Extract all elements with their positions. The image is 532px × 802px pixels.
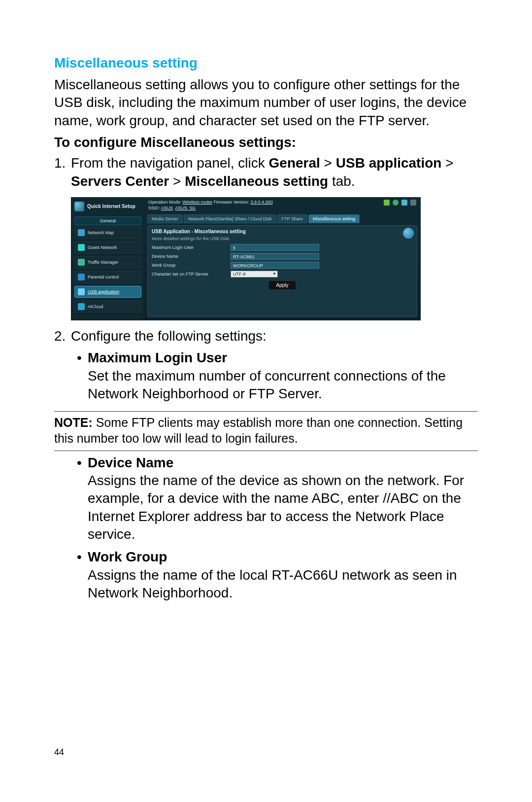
step-1: 1. From the navigation panel, click Gene… bbox=[54, 154, 478, 190]
tab-bar: Media Server Network Place(Samba) Share … bbox=[144, 214, 420, 223]
fw-value[interactable]: 3.9.0.4.260 bbox=[251, 200, 273, 205]
sidebar-item-label: Parental control bbox=[88, 275, 119, 279]
wand-icon bbox=[74, 202, 84, 211]
step-2-number: 2. bbox=[54, 327, 71, 345]
quick-internet-setup[interactable]: Quick Internet Setup bbox=[71, 198, 144, 216]
step-2: 2. Configure the following settings: bbox=[54, 327, 478, 345]
status-icon bbox=[410, 200, 416, 206]
sidebar-item-traffic-manager[interactable]: Traffic Manager bbox=[74, 256, 141, 268]
bullet-device-name: • Device Name Assigns the name of the de… bbox=[71, 454, 478, 548]
divider-top bbox=[54, 411, 478, 412]
sep-2: > bbox=[441, 155, 453, 171]
ssid-2: ASUS_5G bbox=[175, 206, 196, 210]
cloud-icon bbox=[78, 303, 85, 310]
bullet-max-login-user: • Maximum Login User Set the maximum num… bbox=[71, 349, 478, 407]
work-group-input[interactable]: WORKGROUP bbox=[231, 262, 319, 269]
sidebar-item-aicloud[interactable]: AiCloud bbox=[74, 301, 141, 313]
nav-general-bold: General bbox=[269, 155, 320, 171]
bullet-desc: Set the maximum number of concurrent con… bbox=[88, 367, 478, 403]
user-icon[interactable] bbox=[384, 200, 390, 206]
device-name-input[interactable]: RT-AC66U bbox=[231, 253, 319, 260]
sidebar-item-label: Guest Network bbox=[88, 245, 117, 250]
sidebar-item-label: AiCloud bbox=[88, 304, 103, 309]
nav-usbapp-bold: USB application bbox=[336, 155, 442, 171]
bullet-dot: • bbox=[71, 454, 88, 548]
sidebar-section-general: General bbox=[74, 216, 141, 225]
settings-panel: USB Application - Miscellaneous setting … bbox=[147, 225, 417, 317]
sep-1: > bbox=[320, 155, 336, 171]
step-2-body: Configure the following settings: bbox=[71, 327, 478, 345]
main-panel: Operation Mode: Wireless router Firmware… bbox=[144, 198, 420, 320]
row-charset: Character set on FTP Server UTF-8 bbox=[152, 271, 413, 278]
nav-misc-bold: Miscellaneous setting bbox=[185, 174, 328, 189]
nav-servers-bold: Servers Center bbox=[71, 174, 169, 189]
tab-media-server[interactable]: Media Server bbox=[147, 214, 183, 223]
sidebar-item-guest-network[interactable]: Guest Network bbox=[74, 242, 141, 253]
sidebar-item-label: Traffic Manager bbox=[88, 260, 119, 265]
lock-icon bbox=[78, 274, 85, 280]
sep-3: > bbox=[169, 174, 185, 189]
bullet-title: Maximum Login User bbox=[88, 350, 227, 365]
bullet-desc: Assigns the name of the device as shown … bbox=[88, 472, 478, 544]
apply-button[interactable]: Apply bbox=[268, 280, 296, 290]
usb-app-icon bbox=[78, 288, 85, 295]
usb-icon[interactable] bbox=[401, 200, 407, 206]
row-work-group: Work Group WORKGROUP bbox=[152, 262, 413, 269]
divider-bottom bbox=[54, 451, 478, 451]
row-device-name: Device Name RT-AC66U bbox=[152, 253, 413, 260]
step-1-prefix: From the navigation panel, click bbox=[71, 155, 269, 171]
page-number: 44 bbox=[54, 747, 64, 758]
qis-label: Quick Internet Setup bbox=[87, 204, 135, 209]
back-button[interactable] bbox=[403, 228, 414, 239]
charset-select[interactable]: UTF-8 bbox=[231, 271, 278, 278]
traffic-manager-icon bbox=[78, 259, 85, 266]
max-login-input[interactable]: 5 bbox=[231, 244, 319, 251]
opmode-label: Operation Mode: bbox=[148, 200, 183, 205]
bullet-title: Device Name bbox=[88, 455, 173, 470]
network-map-icon bbox=[78, 229, 85, 236]
row-max-login-user: Maximum Login User 5 bbox=[152, 244, 413, 251]
sidebar-item-network-map[interactable]: Network Map bbox=[74, 227, 141, 239]
refresh-icon[interactable] bbox=[393, 200, 399, 206]
section-title: Miscellaneous setting bbox=[54, 55, 478, 71]
tab-samba-share[interactable]: Network Place(Samba) Share / Cloud Disk bbox=[184, 214, 276, 223]
sidebar-item-label: Network Map bbox=[88, 230, 114, 235]
sidebar-item-label: USB application bbox=[88, 289, 119, 294]
fw-label: Firmware Version: bbox=[212, 200, 251, 205]
charset-label: Character set on FTP Server bbox=[152, 272, 231, 277]
sidebar: Quick Internet Setup General Network Map… bbox=[71, 198, 144, 320]
note-text: Some FTP clients may establish more than… bbox=[54, 416, 463, 446]
bullet-dot: • bbox=[71, 548, 88, 606]
device-name-label: Device Name bbox=[152, 254, 231, 259]
note-block: NOTE: Some FTP clients may establish mor… bbox=[54, 415, 478, 447]
header-bar: Operation Mode: Wireless router Firmware… bbox=[144, 198, 420, 214]
sidebar-item-usb-application[interactable]: USB application bbox=[74, 286, 141, 298]
work-group-label: Work Group bbox=[152, 263, 231, 268]
tab-miscellaneous-setting[interactable]: Miscellaneous setting bbox=[308, 214, 360, 223]
bullet-title: Work Group bbox=[88, 549, 167, 564]
step-1-suffix: tab. bbox=[328, 174, 355, 189]
ssid-1: ASUS bbox=[161, 206, 173, 210]
configure-subhead: To configure Miscellaneous settings: bbox=[54, 135, 478, 150]
max-login-label: Maximum Login User bbox=[152, 245, 231, 250]
step-1-body: From the navigation panel, click General… bbox=[71, 154, 478, 190]
step-1-number: 1. bbox=[54, 154, 71, 190]
router-ui-screenshot: Quick Internet Setup General Network Map… bbox=[71, 197, 421, 320]
note-label: NOTE: bbox=[54, 416, 93, 429]
ssid-label: SSID: bbox=[148, 206, 161, 210]
guest-network-icon bbox=[78, 244, 85, 251]
opmode-value[interactable]: Wireless router bbox=[183, 200, 213, 205]
bullet-desc: Assigns the name of the local RT-AC66U n… bbox=[88, 566, 478, 602]
sidebar-item-parental-control[interactable]: Parental control bbox=[74, 271, 141, 283]
bullet-dot: • bbox=[71, 349, 88, 407]
intro-paragraph: Miscellaneous setting allows you to conf… bbox=[54, 76, 478, 130]
panel-subtitle: More detailed settings for the USB Disk. bbox=[152, 236, 413, 241]
bullet-work-group: • Work Group Assigns the name of the loc… bbox=[71, 548, 478, 606]
tab-ftp-share[interactable]: FTP Share bbox=[277, 214, 307, 223]
panel-title: USB Application - Miscellaneous setting bbox=[152, 229, 413, 234]
